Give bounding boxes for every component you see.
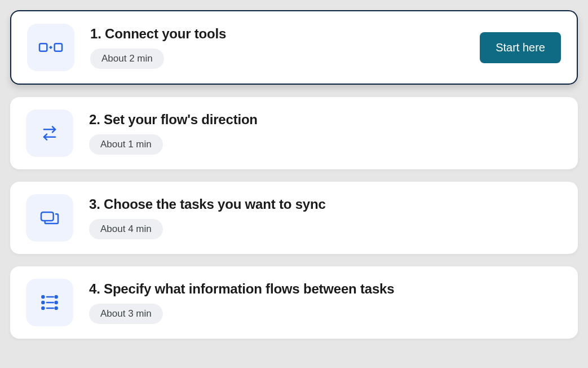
svg-rect-1 [55, 43, 62, 51]
connect-tools-icon [27, 24, 74, 71]
step-title: 2. Set your flow's direction [89, 112, 562, 128]
step-duration: About 3 min [89, 304, 163, 324]
svg-rect-6 [41, 212, 54, 221]
step-card-choose-tasks[interactable]: 3. Choose the tasks you want to sync Abo… [10, 182, 578, 254]
step-duration: About 1 min [89, 134, 163, 155]
step-title: 3. Choose the tasks you want to sync [89, 196, 562, 212]
step-card-flow-direction[interactable]: 2. Set your flow's direction About 1 min [10, 97, 578, 169]
step-card-connect-tools[interactable]: 1. Connect your tools About 2 min Start … [10, 10, 578, 85]
step-duration: About 2 min [90, 49, 164, 69]
step-card-content: 4. Specify what information flows betwee… [89, 281, 562, 324]
specify-information-icon [26, 279, 73, 326]
step-duration: About 4 min [89, 219, 163, 239]
svg-point-15 [55, 307, 58, 309]
svg-point-9 [55, 296, 58, 298]
step-card-content: 1. Connect your tools About 2 min [90, 26, 480, 69]
svg-point-7 [42, 296, 44, 298]
step-title: 4. Specify what information flows betwee… [89, 281, 562, 297]
step-card-content: 3. Choose the tasks you want to sync Abo… [89, 196, 562, 239]
svg-point-10 [42, 301, 44, 304]
flow-direction-icon [26, 109, 73, 157]
start-here-button[interactable]: Start here [480, 32, 561, 63]
svg-point-13 [42, 307, 44, 309]
svg-point-12 [55, 301, 58, 304]
step-card-specify-information[interactable]: 4. Specify what information flows betwee… [10, 266, 578, 339]
step-card-content: 2. Set your flow's direction About 1 min [89, 112, 562, 155]
choose-tasks-icon [26, 194, 73, 242]
svg-rect-0 [39, 43, 47, 51]
step-title: 1. Connect your tools [90, 26, 480, 42]
